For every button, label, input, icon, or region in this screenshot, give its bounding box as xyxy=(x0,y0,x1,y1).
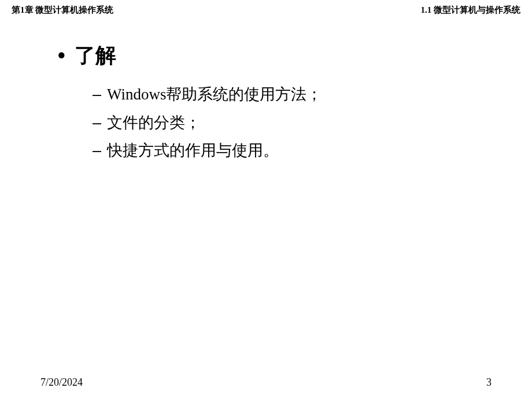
header-section-title: 1.1 微型计算机与操作系统 xyxy=(421,5,521,16)
dash-icon: – xyxy=(93,80,101,109)
list-item: – Windows帮助系统的使用方法； xyxy=(93,80,492,109)
footer-date: 7/20/2024 xyxy=(40,376,83,389)
list-item-text: 快捷方式的作用与使用。 xyxy=(107,136,279,165)
header-chapter-title: 第1章 微型计算机操作系统 xyxy=(12,5,113,16)
bullet-icon: • xyxy=(58,43,65,68)
dash-icon: – xyxy=(93,136,101,165)
slide-footer: 7/20/2024 3 xyxy=(0,376,532,389)
slide-header: 第1章 微型计算机操作系统 1.1 微型计算机与操作系统 xyxy=(0,0,532,16)
sub-item-list: – Windows帮助系统的使用方法； – 文件的分类； – 快捷方式的作用与使… xyxy=(93,80,492,165)
bullet-heading: • 了解 xyxy=(58,42,492,70)
dash-icon: – xyxy=(93,109,101,137)
list-item-text: 文件的分类； xyxy=(107,109,201,137)
list-item-text: Windows帮助系统的使用方法； xyxy=(107,80,322,109)
bullet-heading-text: 了解 xyxy=(75,42,116,70)
slide-content: • 了解 – Windows帮助系统的使用方法； – 文件的分类； – 快捷方式… xyxy=(0,16,532,165)
footer-page-number: 3 xyxy=(486,376,492,389)
list-item: – 快捷方式的作用与使用。 xyxy=(93,136,492,165)
list-item: – 文件的分类； xyxy=(93,109,492,137)
